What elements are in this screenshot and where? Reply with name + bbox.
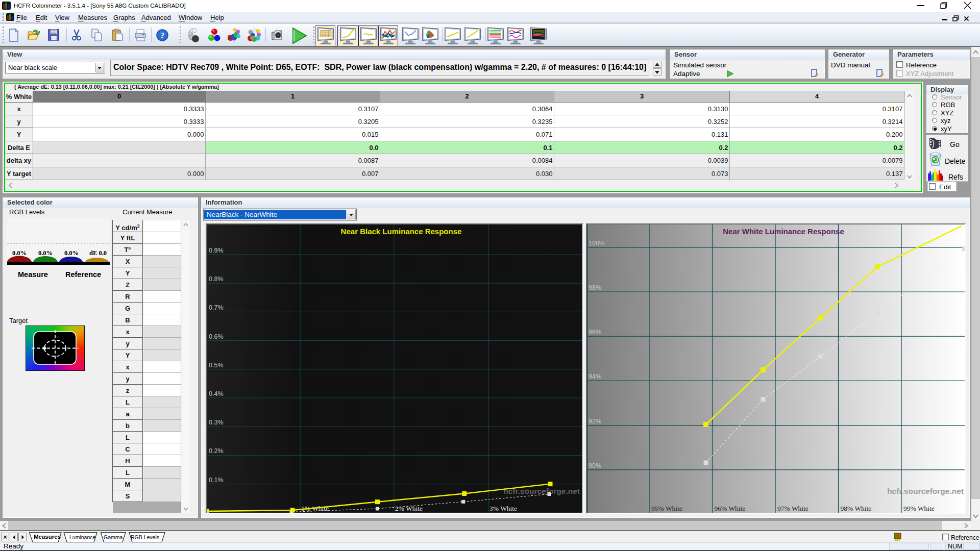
- svg-text:Near White Luminance Response: Near White Luminance Response: [723, 227, 844, 236]
- svg-text:100%: 100%: [589, 240, 605, 247]
- svg-text:hcfr.sourceforge.net: hcfr.sourceforge.net: [887, 487, 964, 495]
- svg-text:0.1%: 0.1%: [209, 477, 224, 484]
- svg-text:98%: 98%: [589, 284, 601, 291]
- svg-text:?: ?: [160, 31, 165, 40]
- svg-text:0.9%: 0.9%: [209, 247, 224, 254]
- svg-text:96% White: 96% White: [715, 505, 746, 512]
- svg-text:0.0%: 0.0%: [64, 249, 79, 257]
- svg-text:96%: 96%: [589, 329, 601, 336]
- svg-text:0.5%: 0.5%: [209, 362, 224, 369]
- svg-text:0.4%: 0.4%: [209, 390, 224, 397]
- svg-text:99% White: 99% White: [903, 505, 935, 512]
- svg-text:98% White: 98% White: [841, 505, 872, 512]
- svg-text:3% White: 3% White: [489, 505, 517, 512]
- svg-text:97% White: 97% White: [777, 505, 808, 512]
- svg-text:90%: 90%: [589, 462, 601, 469]
- svg-text:0.0%: 0.0%: [38, 249, 53, 257]
- svg-text:Near Black Luminance Response: Near Black Luminance Response: [341, 227, 462, 236]
- svg-text:94%: 94%: [589, 373, 601, 380]
- svg-text:dE 0.0: dE 0.0: [89, 249, 107, 257]
- svg-text:0.2%: 0.2%: [209, 447, 224, 455]
- svg-text:0.7%: 0.7%: [209, 304, 224, 311]
- svg-text:92%: 92%: [589, 418, 601, 425]
- svg-text:0.3%: 0.3%: [209, 419, 224, 426]
- svg-text:95% White: 95% White: [651, 505, 682, 512]
- svg-text:0.8%: 0.8%: [209, 276, 224, 283]
- svg-text:0.6%: 0.6%: [209, 333, 224, 340]
- svg-text:2% White: 2% White: [395, 505, 423, 512]
- svg-text:0.0%: 0.0%: [12, 249, 27, 257]
